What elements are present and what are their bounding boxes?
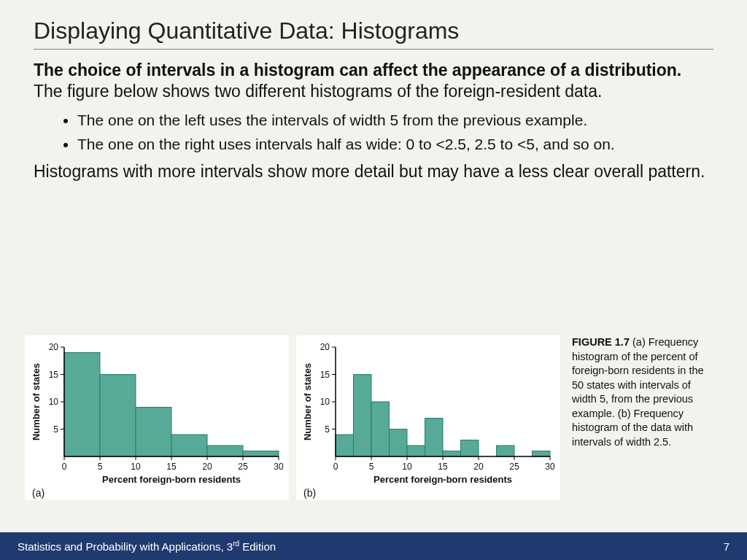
svg-text:30: 30: [274, 462, 284, 472]
svg-rect-3: [171, 435, 207, 456]
svg-text:20: 20: [473, 462, 484, 472]
svg-text:0: 0: [333, 462, 338, 472]
svg-text:30: 30: [545, 462, 555, 472]
svg-text:5: 5: [98, 462, 103, 472]
svg-rect-40: [497, 446, 515, 456]
svg-rect-32: [336, 435, 354, 456]
panel-a: 5101520051015202530Percent foreign-born …: [25, 335, 289, 500]
svg-rect-0: [64, 353, 100, 457]
svg-rect-38: [443, 451, 461, 457]
bullet-item: The one on the right uses intervals half…: [77, 134, 713, 154]
caption-text: (a) Frequency histogram of the percent o…: [572, 336, 704, 448]
panel-b: 5101520051015202530Percent foreign-born …: [296, 335, 560, 500]
svg-text:10: 10: [131, 462, 141, 472]
page-title: Displaying Quantitative Data: Histograms: [34, 0, 713, 50]
svg-text:15: 15: [49, 370, 59, 380]
svg-text:5: 5: [325, 424, 330, 435]
svg-text:15: 15: [438, 462, 448, 472]
svg-text:5: 5: [53, 424, 58, 435]
panel-b-tag: (b): [301, 487, 556, 499]
svg-text:20: 20: [49, 342, 59, 352]
panel-a-tag: (a): [29, 487, 285, 499]
footer-left: Statistics and Probability with Applicat…: [18, 540, 276, 553]
svg-rect-33: [354, 375, 372, 457]
svg-text:5: 5: [369, 462, 374, 472]
svg-text:10: 10: [320, 397, 330, 407]
lead-bold: The choice of intervals in a histogram c…: [34, 61, 681, 79]
svg-text:Percent foreign-born residents: Percent foreign-born residents: [102, 474, 241, 485]
svg-rect-2: [136, 408, 171, 457]
body-text: The choice of intervals in a histogram c…: [0, 60, 747, 183]
svg-text:15: 15: [166, 462, 177, 472]
svg-rect-5: [243, 451, 279, 457]
svg-rect-41: [533, 451, 551, 457]
svg-text:Percent foreign-born residents: Percent foreign-born residents: [374, 474, 512, 485]
caption-label: FIGURE 1.7: [572, 336, 630, 348]
svg-text:10: 10: [402, 462, 412, 472]
svg-rect-39: [461, 440, 479, 457]
svg-rect-37: [425, 419, 444, 457]
svg-text:0: 0: [62, 462, 67, 472]
svg-text:Number of states: Number of states: [31, 363, 42, 440]
svg-rect-4: [207, 446, 243, 456]
bullet-item: The one on the left uses the intervals o…: [77, 110, 713, 130]
figure-row: 5101520051015202530Percent foreign-born …: [25, 335, 722, 518]
svg-text:10: 10: [49, 397, 59, 407]
svg-text:25: 25: [238, 462, 248, 472]
svg-rect-1: [100, 375, 136, 457]
svg-rect-34: [371, 402, 390, 456]
closing-text: Histograms with more intervals show more…: [34, 161, 713, 183]
svg-rect-35: [390, 429, 408, 457]
svg-text:Number of states: Number of states: [302, 363, 313, 440]
svg-text:20: 20: [202, 462, 212, 472]
footer-page-number: 7: [724, 540, 729, 553]
svg-text:25: 25: [509, 462, 519, 472]
svg-text:20: 20: [320, 342, 330, 352]
svg-text:15: 15: [320, 370, 330, 380]
footer-bar: Statistics and Probability with Applicat…: [0, 532, 747, 560]
lead-rest: The figure below shows two different his…: [34, 82, 602, 101]
figure-caption: FIGURE 1.7 (a) Frequency histogram of th…: [568, 335, 718, 450]
svg-rect-36: [407, 446, 425, 456]
